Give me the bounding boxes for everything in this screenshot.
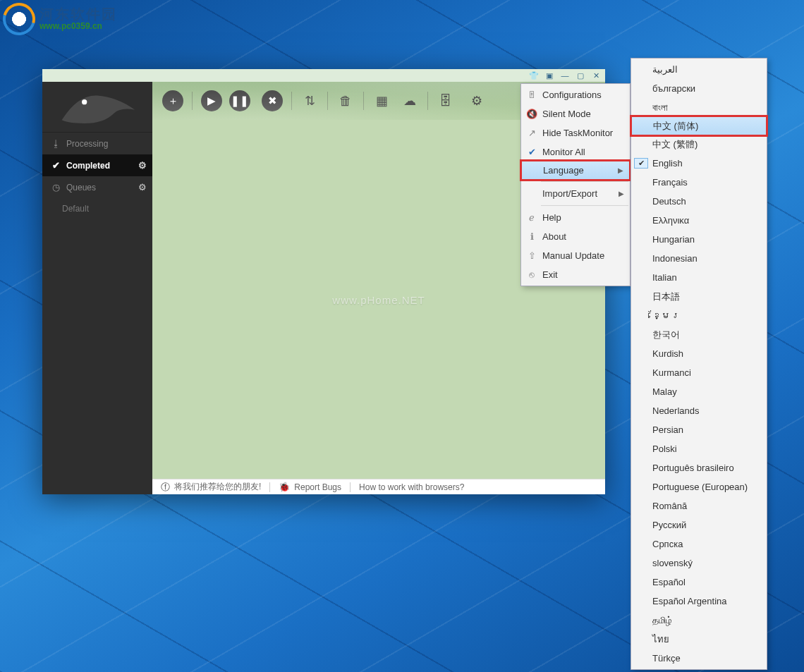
language-option[interactable]: Português brasileiro xyxy=(631,458,767,477)
menu-item-help[interactable]: ℯHelp xyxy=(521,208,630,227)
language-option[interactable]: 中文 (繁體) xyxy=(631,135,767,154)
statusbar-report-bugs[interactable]: 🐞 Report Bugs xyxy=(270,479,350,494)
menu-item-import-export[interactable]: Import/Export▶ xyxy=(521,184,630,203)
language-label: Русский xyxy=(648,520,761,530)
language-option[interactable]: Portuguese (European) xyxy=(631,477,767,496)
sidebar-item-processing[interactable]: ⭳ Processing xyxy=(42,133,152,154)
update-icon: ⇧ xyxy=(524,250,540,261)
statusbar-browsers[interactable]: How to work with browsers? xyxy=(351,479,473,494)
window-popup-icon[interactable]: ▣ xyxy=(542,71,557,80)
check-icon xyxy=(634,601,648,602)
menu-item-language[interactable]: Language▶ xyxy=(521,161,630,180)
trash-icon[interactable]: 🗑 xyxy=(336,92,355,110)
sort-icon[interactable]: ⇅ xyxy=(300,92,319,110)
language-option[interactable]: Español xyxy=(631,573,767,592)
menu-item-label: Help xyxy=(540,212,624,223)
language-option[interactable]: Türkçe xyxy=(631,649,767,668)
language-option[interactable]: Malay xyxy=(631,382,767,401)
language-option[interactable]: বাংলা xyxy=(631,98,767,117)
language-option[interactable]: ខ្មែរ xyxy=(631,306,767,325)
window-close-icon[interactable]: ✕ xyxy=(588,71,604,80)
language-option[interactable]: Română xyxy=(631,496,767,515)
sidebar-item-completed[interactable]: ✔ Completed ⚙ xyxy=(42,154,152,176)
gear-icon[interactable]: ⚙ xyxy=(138,160,147,171)
bug-icon: 🐞 xyxy=(279,482,290,492)
site-title: 河东软件园 xyxy=(39,6,117,22)
language-option[interactable]: Italian xyxy=(631,268,767,287)
svg-point-0 xyxy=(82,99,87,104)
menu-item-monitor-all[interactable]: ✔Monitor All xyxy=(521,142,630,161)
stop-button[interactable]: ✖ xyxy=(262,90,283,111)
check-icon: ✔ xyxy=(634,158,648,169)
check-icon xyxy=(634,201,648,202)
language-option[interactable]: Español Argentina xyxy=(631,592,767,611)
language-label: Português brasileiro xyxy=(648,463,761,473)
language-option[interactable]: Српска xyxy=(631,534,767,554)
check-icon xyxy=(634,639,648,640)
language-option[interactable]: Kurdish xyxy=(631,344,767,363)
language-option[interactable]: slovenský xyxy=(631,554,767,573)
check-icon xyxy=(634,620,648,621)
window-maximize-icon[interactable]: ▢ xyxy=(573,71,588,80)
check-circle-icon: ✔ xyxy=(51,160,61,171)
pause-button[interactable]: ❚❚ xyxy=(229,90,250,111)
check-icon xyxy=(634,525,648,526)
language-option[interactable]: 中文 (简体) xyxy=(631,116,767,135)
check-icon xyxy=(634,88,648,90)
language-option[interactable]: 日本語 xyxy=(631,287,767,306)
language-label: Polski xyxy=(648,444,761,454)
language-option[interactable]: Hungarian xyxy=(631,230,767,249)
language-option[interactable]: தமிழ் xyxy=(631,611,767,630)
language-option[interactable]: Deutsch xyxy=(631,192,767,211)
sidebar-item-queues[interactable]: ◷ Queues ⚙ xyxy=(42,176,152,198)
menu-item-exit[interactable]: ⎋Exit xyxy=(521,265,630,284)
language-option[interactable]: Nederlands xyxy=(631,401,767,420)
check-icon: ✔ xyxy=(524,147,540,157)
menu-item-configurations[interactable]: 🎚Configurations xyxy=(521,85,630,104)
menu-item-hide-taskmonitor[interactable]: ↗Hide TaskMonitor xyxy=(521,123,630,142)
language-option[interactable]: Français xyxy=(631,173,767,192)
cloud-download-icon[interactable]: ☁ xyxy=(401,92,419,110)
language-label: Kurmanci xyxy=(648,367,761,378)
language-option[interactable]: Persian xyxy=(631,420,767,439)
language-option[interactable]: ✔English xyxy=(631,154,767,173)
check-icon xyxy=(634,353,648,355)
sidebar-label: Processing xyxy=(66,139,108,149)
sidebar-item-default[interactable]: Default xyxy=(42,198,152,219)
window-shirt-icon[interactable]: 👕 xyxy=(526,71,542,80)
sidebar-label: Queues xyxy=(66,183,96,193)
menu-item-manual-update[interactable]: ⇧Manual Update xyxy=(521,246,630,265)
check-icon xyxy=(634,277,648,279)
language-option[interactable]: 한국어 xyxy=(631,325,767,344)
statusbar-label: Report Bugs xyxy=(294,482,341,492)
language-label: slovenský xyxy=(648,558,761,568)
exit-icon: ⎋ xyxy=(524,269,540,280)
window-minimize-icon[interactable]: — xyxy=(557,71,573,80)
add-button[interactable]: ＋ xyxy=(162,90,183,111)
language-option[interactable]: Русский xyxy=(631,515,767,534)
play-button[interactable]: ▶ xyxy=(201,90,222,111)
menu-item-about[interactable]: ℹAbout xyxy=(521,227,630,246)
language-option[interactable]: Polski xyxy=(631,439,767,458)
statusbar-recommend[interactable]: ⓕ 将我们推荐给您的朋友! xyxy=(152,479,269,494)
settings-icon[interactable]: ⚙ xyxy=(468,92,486,110)
language-label: Hungarian xyxy=(648,234,761,245)
menu-item-label: Monitor All xyxy=(540,147,624,157)
language-option[interactable]: Kurmanci xyxy=(631,363,767,382)
menu-item-silent-mode[interactable]: 🔇Silent Mode xyxy=(521,104,630,123)
language-option[interactable]: Indonesian xyxy=(631,249,767,268)
language-label: Indonesian xyxy=(648,253,761,264)
grabber-icon[interactable]: ▦ xyxy=(372,92,391,110)
separator xyxy=(363,92,364,110)
database-icon[interactable]: 🗄 xyxy=(437,92,455,110)
language-option[interactable]: ไทย xyxy=(631,630,767,649)
language-label: Italian xyxy=(648,272,761,283)
language-label: Malay xyxy=(648,386,761,397)
check-icon xyxy=(634,544,648,545)
check-icon xyxy=(634,429,648,431)
language-option[interactable]: Ελληνικα xyxy=(631,211,767,230)
gear-icon[interactable]: ⚙ xyxy=(138,182,147,193)
check-icon xyxy=(634,107,648,109)
language-option[interactable]: български xyxy=(631,79,767,98)
language-option[interactable]: العربية xyxy=(631,60,767,79)
